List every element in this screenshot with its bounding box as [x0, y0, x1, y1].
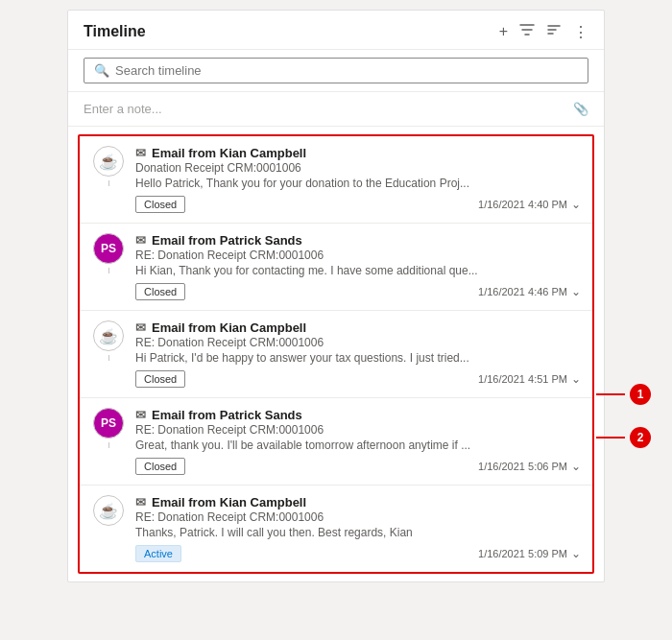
note-bar[interactable]: Enter a note... 📎 [68, 92, 604, 127]
chevron-down-icon[interactable]: ⌄ [571, 547, 581, 560]
item-preview: Great, thank you. I'll be available tomo… [135, 439, 581, 452]
status-badge: Closed [135, 196, 185, 213]
annotation-circle-1: 1 [630, 384, 651, 405]
item-title: ✉ Email from Kian Campbell [135, 146, 581, 160]
avatar: ☕ [93, 320, 124, 351]
item-footer: Active1/16/2021 5:09 PM ⌄ [135, 545, 581, 562]
email-icon: ✉ [135, 408, 146, 422]
email-icon: ✉ [135, 320, 146, 335]
timeline-item: ☕✉ Email from Kian CampbellRE: Donation … [80, 486, 592, 572]
avatar: ☕ [93, 495, 124, 526]
item-footer: Closed1/16/2021 4:46 PM ⌄ [135, 283, 581, 300]
item-title: ✉ Email from Patrick Sands [135, 408, 581, 422]
filter-icon[interactable] [519, 22, 535, 41]
item-subtitle: Donation Receipt CRM:0001006 [135, 161, 581, 175]
add-icon[interactable]: + [499, 23, 508, 40]
item-subtitle: RE: Donation Receipt CRM:0001006 [135, 510, 581, 524]
timeline-item: ☕✉ Email from Kian CampbellRE: Donation … [80, 311, 592, 398]
timeline-item: ☕✉ Email from Kian CampbellDonation Rece… [80, 136, 592, 224]
email-icon: ✉ [135, 495, 146, 510]
avatar: PS [93, 233, 124, 264]
item-timestamp: 1/16/2021 4:51 PM ⌄ [478, 372, 581, 386]
avatar: PS [93, 408, 124, 439]
status-badge: Active [135, 545, 181, 562]
item-timestamp: 1/16/2021 4:46 PM ⌄ [478, 285, 581, 298]
chevron-down-icon[interactable]: ⌄ [571, 285, 581, 298]
item-title: ✉ Email from Kian Campbell [135, 495, 581, 510]
item-timestamp: 1/16/2021 5:06 PM ⌄ [478, 460, 581, 473]
search-input-wrap[interactable]: 🔍 [84, 58, 588, 83]
item-body: ✉ Email from Kian CampbellRE: Donation R… [135, 320, 581, 388]
item-subtitle: RE: Donation Receipt CRM:0001006 [135, 423, 581, 437]
status-badge: Closed [135, 370, 185, 388]
item-timestamp: 1/16/2021 4:40 PM ⌄ [478, 198, 581, 211]
email-icon: ✉ [135, 146, 146, 160]
timeline-item: PS✉ Email from Patrick SandsRE: Donation… [80, 398, 592, 486]
timeline-connector [108, 442, 109, 448]
search-icon: 🔍 [94, 63, 109, 78]
item-footer: Closed1/16/2021 4:51 PM ⌄ [135, 370, 581, 388]
search-input[interactable] [115, 63, 578, 78]
item-body: ✉ Email from Kian CampbellDonation Recei… [135, 146, 581, 213]
item-preview: Hello Patrick, Thank you for your donati… [135, 177, 581, 190]
item-title: ✉ Email from Kian Campbell [135, 320, 581, 335]
chevron-down-icon[interactable]: ⌄ [571, 372, 581, 386]
avatar-wrap: PS [91, 408, 126, 439]
item-body: ✉ Email from Patrick SandsRE: Donation R… [135, 408, 581, 475]
item-timestamp: 1/16/2021 5:09 PM ⌄ [478, 547, 581, 560]
avatar-wrap: ☕ [91, 320, 126, 351]
avatar-wrap: ☕ [91, 146, 126, 177]
item-preview: Hi Patrick, I'd be happy to answer your … [135, 351, 581, 365]
item-body: ✉ Email from Kian CampbellRE: Donation R… [135, 495, 581, 562]
header-icons: + ⋮ [499, 22, 588, 41]
timeline-content: ☕✉ Email from Kian CampbellDonation Rece… [78, 134, 594, 574]
panel-header: Timeline + ⋮ [68, 11, 604, 50]
chevron-down-icon[interactable]: ⌄ [571, 460, 581, 473]
timeline-connector [108, 268, 109, 273]
annotation-circle-2: 2 [630, 427, 651, 448]
item-title: ✉ Email from Patrick Sands [135, 233, 581, 248]
note-placeholder: Enter a note... [84, 102, 162, 116]
search-bar: 🔍 [68, 50, 604, 92]
timeline-item: PS✉ Email from Patrick SandsRE: Donation… [80, 224, 592, 311]
attachment-icon[interactable]: 📎 [573, 102, 588, 116]
avatar: ☕ [93, 146, 124, 177]
more-icon[interactable]: ⋮ [573, 23, 588, 41]
item-body: ✉ Email from Patrick SandsRE: Donation R… [135, 233, 581, 300]
chevron-down-icon[interactable]: ⌄ [571, 198, 581, 211]
timeline-connector [108, 180, 109, 186]
item-footer: Closed1/16/2021 4:40 PM ⌄ [135, 196, 581, 213]
annotation-1: 1 [596, 384, 651, 405]
timeline-connector [108, 355, 109, 361]
status-badge: Closed [135, 283, 185, 300]
email-icon: ✉ [135, 233, 146, 248]
sort-icon[interactable] [546, 22, 562, 41]
status-badge: Closed [135, 458, 185, 475]
annotation-2: 2 [596, 427, 651, 448]
avatar-wrap: PS [91, 233, 126, 264]
item-subtitle: RE: Donation Receipt CRM:0001006 [135, 336, 581, 349]
panel-title: Timeline [84, 23, 146, 40]
item-preview: Thanks, Patrick. I will call you then. B… [135, 526, 581, 539]
item-subtitle: RE: Donation Receipt CRM:0001006 [135, 249, 581, 262]
item-preview: Hi Kian, Thank you for contacting me. I … [135, 264, 581, 277]
avatar-wrap: ☕ [91, 495, 126, 526]
item-footer: Closed1/16/2021 5:06 PM ⌄ [135, 458, 581, 475]
